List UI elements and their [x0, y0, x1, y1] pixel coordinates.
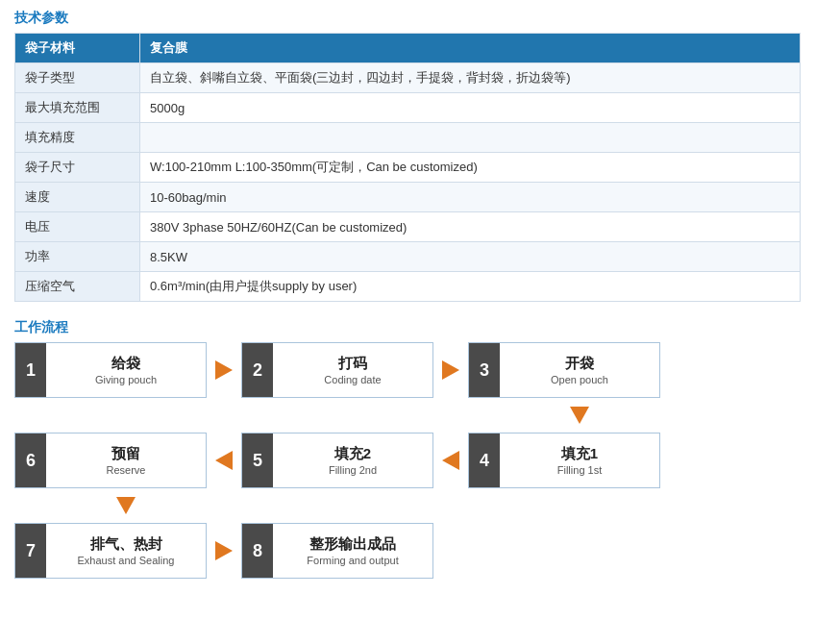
row-label: 压缩空气	[15, 272, 140, 302]
table-row: 速度 10-60bag/min	[15, 183, 801, 212]
arrow-2-3	[433, 360, 468, 380]
tech-params-title: 技术参数	[14, 10, 801, 27]
step-8-zh: 整形输出成品	[309, 534, 396, 554]
header-col1: 袋子材料	[15, 34, 140, 63]
step-8-en: Forming and output	[307, 554, 398, 567]
step-7-zh: 排气、热封	[90, 534, 162, 554]
step-6-zh: 预留	[111, 444, 140, 463]
step-1-box: 1 给袋 Giving pouch	[14, 342, 207, 398]
step-7-number: 7	[15, 524, 46, 578]
arrow-4-5	[433, 451, 468, 470]
step-3-content: 开袋 Open pouch	[500, 350, 659, 390]
down-arrow-shape-6	[116, 497, 136, 514]
table-row: 压缩空气 0.6m³/min(由用户提供supply by user)	[15, 272, 801, 302]
row-value: 10-60bag/min	[140, 183, 801, 212]
step-8-number: 8	[242, 524, 273, 578]
step-8-content: 整形输出成品 Forming and output	[273, 531, 432, 571]
step-2-content: 打码 Coding date	[273, 350, 432, 390]
down-arrow-row-3	[468, 398, 801, 433]
step-3-en: Open pouch	[551, 373, 608, 386]
row-label: 电压	[15, 212, 140, 242]
row-value: 自立袋、斜嘴自立袋、平面袋(三边封，四边封，手提袋，背封袋，折边袋等)	[140, 63, 801, 93]
step-2-en: Coding date	[324, 373, 381, 386]
step-6-content: 预留 Reserve	[46, 440, 206, 481]
row-value: 5000g	[140, 93, 801, 123]
step-2-zh: 打码	[338, 354, 367, 373]
workflow-row-3: 7 排气、热封 Exhaust and Sealing 8 整形输出成品 For…	[14, 523, 801, 579]
step-5-en: Filling 2nd	[329, 463, 377, 477]
workflow-container: 1 给袋 Giving pouch 2 打码 Coding date 3	[14, 342, 801, 579]
step-8-box: 8 整形输出成品 Forming and output	[241, 523, 433, 579]
step-3-zh: 开袋	[565, 354, 594, 373]
step-6-en: Reserve	[107, 463, 146, 477]
workflow-title: 工作流程	[14, 319, 801, 336]
table-row: 功率 8.5KW	[15, 242, 801, 272]
step-6-number: 6	[15, 433, 46, 487]
row-label: 袋子类型	[15, 63, 140, 93]
step-5-zh: 填充2	[334, 444, 371, 463]
step-1-en: Giving pouch	[95, 373, 157, 386]
table-row: 填充精度	[15, 123, 801, 153]
down-arrow-3	[468, 398, 691, 433]
step-1-zh: 给袋	[111, 354, 140, 373]
row-value: W:100-210mm L:100-350mm(可定制，Can be custo…	[140, 153, 801, 183]
step-3-number: 3	[469, 343, 500, 397]
step-2-box: 2 打码 Coding date	[241, 342, 433, 398]
row-label: 最大填充范围	[15, 93, 140, 123]
tech-table: 袋子材料 复合膜 袋子类型 自立袋、斜嘴自立袋、平面袋(三边封，四边封，手提袋，…	[14, 33, 801, 302]
workflow-row-1: 1 给袋 Giving pouch 2 打码 Coding date 3	[14, 342, 801, 398]
step-4-box: 4 填充1 Filling 1st	[468, 433, 660, 488]
step-4-content: 填充1 Filling 1st	[500, 440, 659, 481]
step-1-content: 给袋 Giving pouch	[46, 350, 206, 390]
step-4-zh: 填充1	[561, 444, 598, 463]
table-row: 电压 380V 3phase 50HZ/60HZ(Can be customiz…	[15, 212, 801, 242]
row-value: 0.6m³/min(由用户提供supply by user)	[140, 272, 801, 302]
down-arrow-6	[14, 488, 237, 523]
workflow-section: 工作流程 1 给袋 Giving pouch 2 打码 Coding date	[14, 319, 801, 579]
step-6-box: 6 预留 Reserve	[14, 433, 207, 488]
step-4-en: Filling 1st	[557, 463, 602, 477]
step-7-box: 7 排气、热封 Exhaust and Sealing	[14, 523, 207, 579]
table-row: 袋子类型 自立袋、斜嘴自立袋、平面袋(三边封，四边封，手提袋，背封袋，折边袋等)	[15, 63, 801, 93]
tech-params-section: 技术参数 袋子材料 复合膜 袋子类型 自立袋、斜嘴自立袋、平面袋(三边封，四边封…	[14, 10, 801, 302]
row-label: 填充精度	[15, 123, 140, 153]
row-label: 功率	[15, 242, 140, 272]
down-arrow-row-6	[14, 488, 801, 523]
row-value	[140, 123, 801, 153]
step-2-number: 2	[242, 343, 273, 397]
arrow-5-6	[207, 451, 241, 470]
step-5-number: 5	[242, 433, 273, 487]
table-row: 袋子尺寸 W:100-210mm L:100-350mm(可定制，Can be …	[15, 153, 801, 183]
step-5-content: 填充2 Filling 2nd	[273, 440, 432, 481]
step-3-box: 3 开袋 Open pouch	[468, 342, 660, 398]
header-col2: 复合膜	[140, 34, 801, 63]
step-7-content: 排气、热封 Exhaust and Sealing	[46, 531, 206, 571]
step-5-box: 5 填充2 Filling 2nd	[241, 433, 433, 488]
table-header-row: 袋子材料 复合膜	[15, 34, 801, 63]
row-value: 380V 3phase 50HZ/60HZ(Can be customized)	[140, 212, 801, 242]
step-7-en: Exhaust and Sealing	[78, 554, 175, 567]
arrow-7-8	[207, 541, 241, 560]
table-row: 最大填充范围 5000g	[15, 93, 801, 123]
row-label: 速度	[15, 183, 140, 212]
row-label: 袋子尺寸	[15, 153, 140, 183]
down-arrow-shape-3	[570, 407, 589, 424]
workflow-row-2: 6 预留 Reserve 5 填充2 Filling 2nd 4	[14, 433, 801, 488]
step-4-number: 4	[469, 433, 500, 487]
step-1-number: 1	[15, 343, 46, 397]
arrow-1-2	[207, 360, 241, 380]
row-value: 8.5KW	[140, 242, 801, 272]
